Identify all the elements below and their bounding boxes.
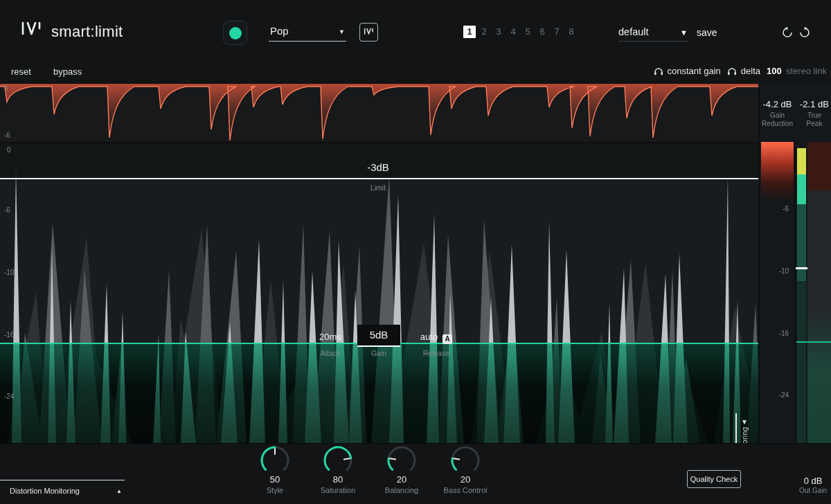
balancing-knob-value: 20	[385, 474, 418, 485]
genre-profile-value: Pop	[270, 25, 289, 37]
peak-hold-tick	[796, 267, 807, 269]
bass-control-knob-dial[interactable]	[449, 444, 482, 477]
saturation-knob-dial[interactable]	[321, 444, 355, 477]
gain-reduction-readout-label-1: Gain	[760, 111, 795, 120]
preset-select[interactable]: default ▼	[618, 25, 688, 42]
wave-axis-minus24: -24	[4, 393, 14, 400]
snapshot-4[interactable]: 4	[507, 26, 519, 38]
chevron-down-icon: ▼	[339, 28, 345, 35]
gain-reduction-readout-label-2: Reduction	[760, 120, 795, 128]
out-gain-control[interactable]: 0 dB	[795, 474, 831, 487]
balancing-knob-label: Balancing	[367, 486, 436, 494]
gr-axis-0: 0	[4, 84, 8, 92]
meter-axis-minus24: -24	[764, 391, 789, 399]
gain-control[interactable]: 5dB	[357, 325, 400, 347]
app-title: smart:limit	[51, 23, 123, 41]
meter-axis-minus16: -16	[764, 330, 789, 337]
wave-axis-minus10: -10	[4, 269, 14, 276]
auto-badge-icon: A	[443, 334, 452, 344]
headphones-icon	[654, 67, 663, 75]
snapshot-7[interactable]: 7	[551, 26, 563, 38]
undo-icon	[781, 26, 794, 39]
bass-control-knob[interactable]: 20 Bass Control	[449, 444, 482, 477]
limit-line[interactable]	[0, 178, 758, 179]
redo-button[interactable]	[798, 26, 811, 42]
snapshot-3[interactable]: 3	[492, 26, 505, 38]
triangle-up-icon: ▲	[737, 418, 749, 426]
style-knob-dial[interactable]	[258, 444, 292, 477]
distortion-panel-divider	[0, 480, 125, 480]
bypass-button[interactable]: bypass	[53, 66, 82, 77]
triangle-up-icon[interactable]: ▲	[116, 488, 122, 494]
headphones-icon	[727, 67, 737, 75]
constant-gain-toggle[interactable]: constant gain	[654, 66, 721, 76]
smart-state-button[interactable]	[359, 23, 378, 42]
redo-icon	[798, 26, 811, 39]
attack-label: Attack	[310, 349, 350, 357]
meter-divider	[794, 142, 796, 443]
saturation-knob-value: 80	[321, 474, 355, 485]
snapshot-1[interactable]: 1	[463, 26, 476, 38]
meter-axis-minus6: -6	[764, 205, 789, 213]
wave-axis-minus6: -6	[4, 206, 10, 214]
loudness-monitoring-toggle[interactable]: Loudness Monitoring▲	[735, 413, 749, 443]
wave-axis-minus16: -16	[4, 331, 14, 339]
gain-reduction-meter	[761, 142, 794, 201]
saturation-knob[interactable]: 80 Saturation	[321, 444, 355, 477]
snapshot-selector: 1 2 3 4 5 6 7 8	[463, 26, 578, 38]
save-button[interactable]: save	[697, 27, 717, 38]
style-knob-value: 50	[258, 474, 292, 485]
top-bar: smart:limit Pop ▼ 1 2 3 4 5 6 7 8 de	[0, 0, 831, 62]
snapshot-5[interactable]: 5	[521, 26, 534, 38]
gr-axis-minus6: -6	[4, 132, 10, 139]
meter-axis-minus10: -10	[764, 267, 789, 275]
secondary-toolbar: reset bypass constant gain delta	[0, 62, 831, 83]
output-meter-panel: -4.2 dB Gain Reduction -2.1 dB True Peak…	[758, 83, 831, 443]
limit-label: Limit	[346, 183, 410, 192]
constant-gain-label: constant gain	[668, 66, 721, 76]
chevron-down-icon: ▼	[680, 28, 688, 37]
attack-control[interactable]: 20ms	[310, 330, 350, 343]
snapshot-2[interactable]: 2	[478, 26, 490, 38]
bass-control-knob-value: 20	[449, 474, 482, 485]
loudness-target-line-meter	[796, 341, 831, 343]
quality-check-button[interactable]: Quality Check	[687, 470, 741, 488]
true-peak-readout-label-1: True	[796, 111, 831, 120]
delta-label: delta	[741, 66, 760, 76]
sonible-logo-icon	[19, 19, 46, 42]
output-level-meter	[797, 148, 806, 443]
smart-limit-window: smart:limit Pop ▼ 1 2 3 4 5 6 7 8 de	[0, 0, 831, 504]
stereo-link-value: 100	[767, 66, 782, 76]
stereo-link-control[interactable]: 100 stereo link	[767, 66, 827, 76]
output-level-meter-right	[807, 142, 831, 443]
distortion-monitoring-toggle[interactable]: Distortion Monitoring	[10, 487, 80, 495]
balancing-knob[interactable]: 20 Balancing	[385, 444, 418, 477]
bottom-panel: Distortion Monitoring ▲ 50 Style 80 Satu…	[0, 443, 831, 504]
release-label: Release	[416, 349, 457, 357]
learning-button[interactable]	[223, 21, 247, 45]
sonible-mini-icon	[363, 27, 375, 37]
out-gain-value: 0 dB	[804, 476, 823, 486]
balancing-knob-dial[interactable]	[385, 444, 418, 477]
style-knob-label: Style	[240, 486, 310, 494]
release-control[interactable]: autoA	[416, 330, 457, 344]
loudness-monitoring-label: Loudness Monitoring▲	[740, 418, 749, 443]
true-peak-readout: -2.1 dB	[796, 99, 831, 109]
reset-button[interactable]: reset	[11, 66, 31, 77]
waveform-display: -3dB Limit 0 -6 -10 -16 -24 20ms Attack …	[0, 142, 758, 443]
release-value: auto	[420, 332, 438, 342]
style-knob[interactable]: 50 Style	[258, 444, 292, 477]
gain-reduction-trace	[0, 84, 758, 143]
delta-toggle[interactable]: delta	[727, 66, 760, 76]
limit-value[interactable]: -3dB	[346, 161, 410, 173]
genre-profile-select[interactable]: Pop ▼	[269, 24, 346, 42]
snapshot-8[interactable]: 8	[565, 26, 578, 38]
wave-axis-0: 0	[7, 146, 11, 154]
undo-button[interactable]	[781, 26, 794, 42]
gain-reduction-readout: -4.2 dB	[760, 99, 795, 109]
gain-label: Gain	[357, 349, 400, 357]
snapshot-6[interactable]: 6	[536, 26, 548, 38]
record-dot-icon	[229, 27, 242, 39]
stereo-link-label: stereo link	[786, 66, 827, 76]
true-peak-readout-label-2: Peak	[796, 120, 831, 128]
